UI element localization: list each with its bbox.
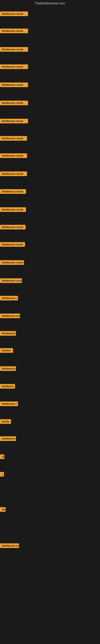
bottleneck-item-27: | (0, 472, 4, 477)
bottleneck-item-19: Bottleneck (0, 331, 16, 336)
bottleneck-item-14: Bottleneck result (0, 242, 25, 248)
bottleneck-badge-20[interactable]: Bottlen (0, 348, 13, 353)
bottleneck-item-4: Bottleneck result (0, 64, 28, 70)
bottleneck-badge-14[interactable]: Bottleneck result (0, 242, 25, 247)
bottleneck-badge-21[interactable]: Bottleneck (0, 366, 16, 371)
bottleneck-badge-29[interactable]: Bottleneck re (0, 544, 19, 548)
bottleneck-badge-17[interactable]: Bottleneck r (0, 296, 18, 300)
bottleneck-badge-28[interactable]: Bo (0, 507, 6, 512)
bottleneck-item-1: Bottleneck result (0, 12, 28, 17)
bottleneck-item-7: Bottleneck result (0, 119, 28, 124)
bottleneck-item-21: Bottleneck (0, 366, 16, 372)
bottleneck-badge-6[interactable]: Bottleneck result (0, 100, 28, 105)
bottleneck-badge-12[interactable]: Bottleneck result (0, 207, 26, 212)
bottleneck-badge-19[interactable]: Bottleneck (0, 331, 16, 336)
bottleneck-badge-25[interactable]: Bottleneck (0, 436, 16, 441)
bottleneck-item-22: Bottlenec (0, 384, 15, 390)
bottleneck-badge-10[interactable]: Bottleneck result (0, 172, 27, 176)
bottleneck-item-10: Bottleneck result (0, 172, 27, 177)
bottleneck-item-20: Bottlen (0, 348, 13, 354)
bottleneck-badge-22[interactable]: Bottlenec (0, 384, 15, 388)
bottleneck-item-3: Bottleneck result (0, 47, 28, 52)
bottleneck-item-6: Bottleneck result (0, 100, 28, 106)
bottleneck-item-13: Bottleneck result (0, 225, 26, 230)
bottleneck-badge-24[interactable]: Bottle (0, 419, 11, 424)
bottleneck-item-16: Bottleneck result (0, 278, 22, 284)
bottleneck-badge-4[interactable]: Bottleneck result (0, 64, 28, 69)
bottleneck-badge-13[interactable]: Bottleneck result (0, 225, 26, 230)
bottleneck-badge-1[interactable]: Bottleneck result (0, 12, 28, 16)
bottleneck-item-8: Bottleneck result (0, 136, 27, 142)
bottleneck-badge-9[interactable]: Bottleneck result (0, 153, 27, 158)
bottleneck-badge-7[interactable]: Bottleneck result (0, 119, 28, 123)
bottleneck-item-11: Bottleneck result (0, 189, 26, 194)
bottleneck-item-17: Bottleneck r (0, 296, 18, 301)
bottleneck-item-23: Bottleneck r (0, 402, 18, 407)
site-title: TheBottlenecker.com (0, 0, 100, 7)
bottleneck-badge-26[interactable]: B (0, 454, 4, 459)
bottleneck-item-29: Bottleneck re (0, 544, 19, 549)
bottleneck-item-5: Bottleneck result (0, 82, 28, 88)
bottleneck-item-26: B (0, 454, 4, 460)
bottleneck-item-25: Bottleneck (0, 436, 16, 442)
bottleneck-badge-27[interactable]: | (0, 472, 4, 476)
bottleneck-item-28: Bo (0, 507, 6, 512)
bottleneck-badge-5[interactable]: Bottleneck result (0, 82, 28, 87)
bottleneck-badge-16[interactable]: Bottleneck result (0, 278, 22, 283)
bottleneck-item-24: Bottle (0, 419, 11, 425)
bottleneck-item-12: Bottleneck result (0, 207, 26, 213)
bottleneck-item-9: Bottleneck result (0, 153, 27, 159)
bottleneck-badge-3[interactable]: Bottleneck result (0, 47, 28, 52)
bottleneck-badge-15[interactable]: Bottleneck result (0, 260, 24, 265)
bottleneck-badge-11[interactable]: Bottleneck result (0, 189, 26, 194)
bottleneck-item-15: Bottleneck result (0, 260, 24, 266)
bottleneck-item-18: Bottleneck resu (0, 314, 20, 319)
bottleneck-badge-18[interactable]: Bottleneck resu (0, 314, 20, 318)
bottleneck-badge-2[interactable]: Bottleneck result (0, 28, 28, 33)
bottleneck-badge-8[interactable]: Bottleneck result (0, 136, 27, 141)
bottleneck-item-2: Bottleneck result (0, 28, 28, 34)
bottleneck-badge-23[interactable]: Bottleneck r (0, 402, 18, 406)
